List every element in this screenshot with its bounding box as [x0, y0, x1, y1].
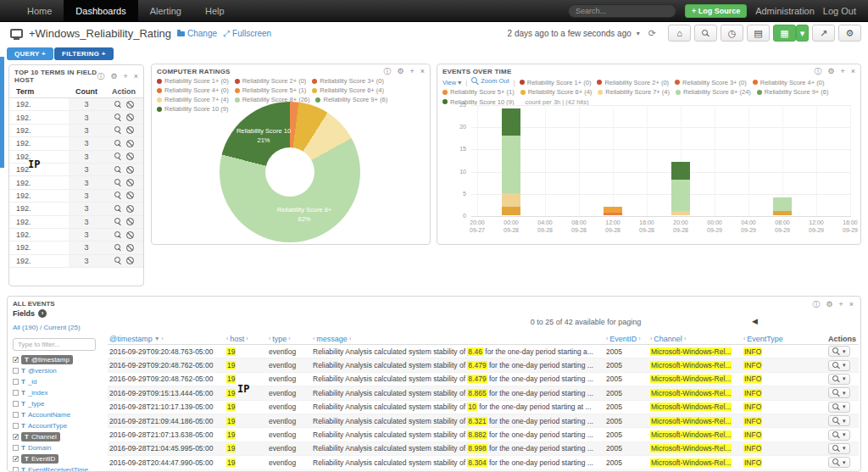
exclude-term-icon[interactable]: [126, 114, 134, 121]
nav-item-help[interactable]: Help: [193, 0, 236, 21]
legend-item-reliability-score-5-1[interactable]: Reliability Score 5+ (1): [235, 86, 307, 95]
row-actions-button[interactable]: ▾: [828, 430, 850, 441]
field-item-index[interactable]: T_index: [13, 388, 106, 397]
legend-item-reliability-score-9-6[interactable]: Reliability Score 9+ (6): [757, 87, 829, 97]
column-header-channel[interactable]: ‹Channel›: [650, 335, 743, 343]
search-term-icon[interactable]: [114, 231, 122, 239]
term-row[interactable]: 192.3: [9, 255, 143, 268]
legend-item-reliability-score-2-0[interactable]: Reliability Score 2+ (0): [597, 78, 669, 87]
field-item-channel[interactable]: TChannel: [13, 432, 106, 441]
field-checkbox[interactable]: [13, 401, 19, 407]
close-icon[interactable]: ×: [849, 301, 854, 308]
refresh-icon[interactable]: ⟳: [648, 28, 656, 39]
stacked-bar[interactable]: [604, 207, 622, 215]
exclude-term-icon[interactable]: [126, 101, 134, 108]
event-row[interactable]: 2016-09-29T09:20:48.762-05:0019eventlogR…: [108, 373, 859, 386]
move-icon[interactable]: +: [409, 68, 414, 75]
gear-icon[interactable]: ⚙: [110, 73, 117, 81]
legend-item-reliability-score-10-9[interactable]: Reliability Score 10 (9): [157, 105, 228, 114]
term-row[interactable]: 192.3: [9, 216, 143, 229]
field-checkbox[interactable]: [13, 368, 19, 374]
gear-icon[interactable]: ⚙: [397, 68, 403, 75]
search-button[interactable]: [694, 25, 717, 42]
term-row[interactable]: 192.3: [9, 137, 143, 150]
stacked-bar[interactable]: [671, 162, 690, 215]
term-column-header[interactable]: Term: [9, 87, 69, 96]
column-header-message[interactable]: ‹message›: [313, 335, 606, 343]
nav-item-administration[interactable]: Administration: [755, 6, 815, 16]
column-header-eventtype[interactable]: ‹EventType: [743, 335, 828, 343]
fields-toggle-icon[interactable]: ›: [38, 309, 47, 318]
legend-item-reliability-score-1-0[interactable]: Reliability Score 1+ (0): [520, 78, 592, 87]
field-item-type[interactable]: T_type: [13, 399, 106, 408]
field-filter-input[interactable]: [13, 338, 96, 351]
field-checkbox[interactable]: [13, 445, 19, 451]
move-icon[interactable]: +: [838, 301, 843, 308]
column-header-host[interactable]: ‹host›: [226, 335, 269, 343]
search-term-icon[interactable]: [114, 140, 122, 147]
legend-item-reliability-score-7-4[interactable]: Reliability Score 7+ (4): [598, 87, 670, 97]
exclude-term-icon[interactable]: [126, 140, 134, 147]
events-bar-chart[interactable]: [471, 105, 851, 216]
column-header-type[interactable]: ‹type›: [269, 335, 313, 343]
event-row[interactable]: 2016-09-28T21:09:44.186-05:0019eventlogR…: [108, 414, 859, 428]
fullscreen-link[interactable]: ⤢ Fullscreen: [223, 29, 271, 39]
close-icon[interactable]: ×: [134, 73, 138, 81]
move-icon[interactable]: +: [840, 68, 844, 75]
add-log-source-button[interactable]: + Log Source: [685, 4, 747, 18]
row-actions-button[interactable]: ▾: [828, 402, 850, 413]
field-item-domain[interactable]: TDomain: [13, 443, 106, 453]
term-row[interactable]: 192.3: [9, 229, 143, 242]
row-actions-button[interactable]: ▾: [828, 387, 850, 398]
search-term-icon[interactable]: [114, 166, 122, 174]
exclude-term-icon[interactable]: [126, 218, 134, 225]
info-icon[interactable]: ⓘ: [97, 73, 104, 81]
field-checkbox[interactable]: [13, 434, 19, 440]
exclude-term-icon[interactable]: [126, 231, 134, 239]
exclude-term-icon[interactable]: [126, 166, 134, 174]
row-actions-button[interactable]: ▾: [828, 415, 850, 426]
term-row[interactable]: 192.3: [9, 125, 143, 137]
row-actions-button[interactable]: ▾: [828, 457, 850, 468]
move-icon[interactable]: +: [123, 73, 127, 81]
row-actions-button[interactable]: ▾: [828, 443, 850, 454]
legend-item-reliability-score-8-24[interactable]: Reliability Score 8+ (24): [676, 87, 751, 97]
field-checkbox[interactable]: [13, 467, 19, 472]
legend-item-reliability-score-4-0[interactable]: Reliability Score 4+ (0): [157, 86, 229, 95]
term-row[interactable]: 192.3: [9, 190, 143, 203]
term-row[interactable]: 192.3: [9, 176, 143, 189]
legend-item-reliability-score-5-1[interactable]: Reliability Score 5+ (1): [442, 87, 515, 97]
current-fields-link[interactable]: Current (25): [43, 324, 80, 331]
field-checkbox[interactable]: [13, 357, 19, 363]
query-panel-button[interactable]: QUERY +: [7, 47, 53, 60]
share-button[interactable]: ↗: [812, 25, 835, 42]
legend-item-reliability-score-3-0[interactable]: Reliability Score 3+ (0): [312, 77, 384, 86]
exclude-term-icon[interactable]: [126, 257, 134, 264]
history-button[interactable]: ◷: [721, 25, 743, 42]
legend-item-reliability-score-6-4[interactable]: Reliability Score 6+ (4): [312, 86, 384, 95]
collapsed-panel-strip[interactable]: [0, 57, 4, 168]
legend-item-reliability-score-6-4[interactable]: Reliability Score 6+ (4): [520, 87, 593, 97]
search-term-icon[interactable]: [114, 244, 122, 252]
term-row[interactable]: 192.3: [9, 98, 143, 111]
event-row[interactable]: 2016-09-28T21:04:45.995-05:0019eventlogR…: [108, 442, 859, 456]
stacked-bar[interactable]: [773, 197, 792, 215]
stacked-bar[interactable]: [502, 108, 520, 215]
exclude-term-icon[interactable]: [126, 153, 134, 160]
term-row[interactable]: 192.3: [9, 111, 143, 124]
exclude-term-icon[interactable]: [126, 244, 134, 252]
nav-item-log-out[interactable]: Log Out: [823, 6, 856, 16]
field-item-eventid[interactable]: TEventID: [13, 454, 106, 464]
search-input[interactable]: [568, 4, 676, 18]
field-checkbox[interactable]: [13, 412, 19, 418]
event-row[interactable]: 2016-09-28T21:07:13.638-05:0019eventlogR…: [108, 428, 859, 441]
event-row[interactable]: 2016-09-29T09:20:48.763-05:0019eventlogR…: [108, 345, 859, 358]
field-checkbox[interactable]: [13, 456, 19, 462]
search-term-icon[interactable]: [114, 153, 122, 160]
save-dashboard-button[interactable]: ▦: [773, 25, 796, 42]
column-header-eventid[interactable]: ‹EventID›: [606, 335, 650, 343]
search-term-icon[interactable]: [114, 114, 122, 121]
info-icon[interactable]: ⓘ: [814, 68, 821, 75]
term-row[interactable]: 192.3: [9, 242, 143, 254]
filtering-panel-button[interactable]: FILTERING +: [54, 47, 114, 60]
